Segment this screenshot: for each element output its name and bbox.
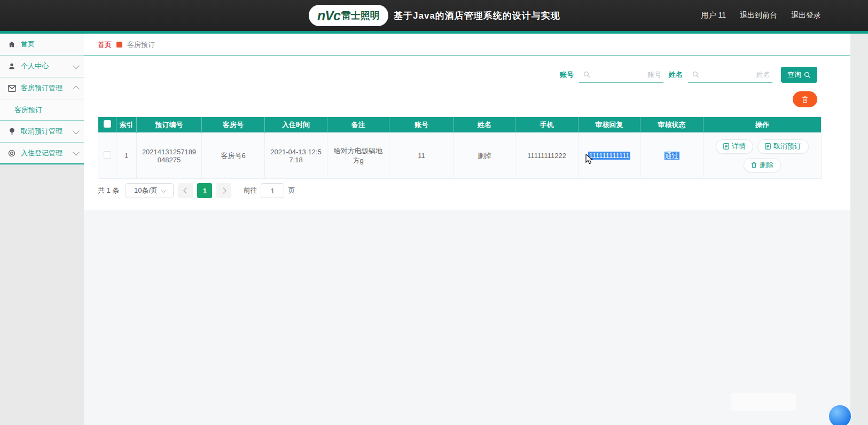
account-search-label: 账号 xyxy=(560,70,574,80)
sidebar-subitem-label: 客房预订 xyxy=(14,105,42,115)
search-icon xyxy=(692,71,699,78)
breadcrumb-home-link[interactable]: 首页 xyxy=(98,40,112,50)
detail-button[interactable]: 详情 xyxy=(716,139,753,154)
search-icon xyxy=(583,71,590,78)
bookings-table: 索引 预订编号 客房号 入住时间 备注 账号 姓名 手机 审核回复 审核状态 操… xyxy=(98,116,822,179)
col-header-audit-status: 审核状态 xyxy=(640,117,703,133)
cell-booking-no: 20214131257189048275 xyxy=(137,133,202,179)
table-header-row: 索引 预订编号 客房号 入住时间 备注 账号 姓名 手机 审核回复 审核状态 操… xyxy=(98,117,822,133)
sidebar-item-label: 客房预订管理 xyxy=(21,83,74,93)
sidebar-item-checkin-register-mgmt[interactable]: 入住登记管理 xyxy=(0,143,84,164)
pagination: 共 1 条 10条/页 1 前往 页 xyxy=(98,183,850,198)
col-header-index: 索引 xyxy=(116,117,137,133)
page-size-value: 10条/页 xyxy=(134,186,158,195)
logout-link[interactable]: 退出登录 xyxy=(791,11,821,20)
cell-phone: 11111111222 xyxy=(515,133,578,179)
col-header-audit-reply: 审核回复 xyxy=(578,117,640,133)
col-header-checkin-time: 入住时间 xyxy=(265,117,327,133)
home-icon xyxy=(7,40,16,49)
chevron-down-icon xyxy=(73,127,80,134)
name-search-label: 姓名 xyxy=(669,70,683,80)
account-search-input[interactable] xyxy=(579,67,663,82)
user-icon xyxy=(7,62,16,70)
sidebar-item-room-booking-mgmt[interactable]: 客房预订管理 xyxy=(0,77,84,99)
select-all-checkbox[interactable] xyxy=(104,120,111,128)
trash-icon xyxy=(751,162,757,168)
brand-logo-text: nVc xyxy=(317,8,340,23)
page-size-select[interactable]: 10条/页 xyxy=(126,183,174,198)
table-row: 1 20214131257189048275 客房号6 2021-04-13 1… xyxy=(98,133,822,179)
mail-icon xyxy=(7,84,16,92)
pin-icon xyxy=(7,127,16,136)
row-select-cell xyxy=(98,133,116,179)
document-icon xyxy=(765,143,771,149)
cell-room-no: 客房号6 xyxy=(202,133,265,179)
cell-remark: 给对方电饭锅地方g xyxy=(327,133,389,179)
breadcrumb-current: 客房预订 xyxy=(127,40,155,50)
bookings-table-wrap: 索引 预订编号 客房号 入住时间 备注 账号 姓名 手机 审核回复 审核状态 操… xyxy=(98,116,821,179)
prev-page-button[interactable] xyxy=(178,183,193,198)
brand-logo-cn: 雷士照明 xyxy=(341,9,380,22)
query-button-label: 查询 xyxy=(787,70,801,80)
chat-tooltip-ghost xyxy=(731,393,796,411)
breadcrumb: 首页 客房预订 xyxy=(84,34,850,56)
window-right-gutter xyxy=(850,34,868,425)
chat-bubble-button[interactable] xyxy=(828,404,852,425)
col-header-phone: 手机 xyxy=(515,117,578,133)
query-button[interactable]: 查询 xyxy=(781,67,817,83)
chevron-down-icon xyxy=(73,62,80,69)
breadcrumb-separator-icon xyxy=(116,42,122,48)
exit-to-front-link[interactable]: 退出到前台 xyxy=(740,11,777,20)
chevron-down-icon xyxy=(73,149,80,156)
next-page-button[interactable] xyxy=(216,183,231,198)
document-icon xyxy=(723,143,729,149)
cancel-booking-button[interactable]: 取消预订 xyxy=(757,139,809,154)
current-user-label: 用户 11 xyxy=(701,11,726,20)
table-toolbar xyxy=(84,91,850,107)
sidebar-item-label: 取消预订管理 xyxy=(21,127,74,136)
goto-label: 前往 xyxy=(243,186,257,195)
topbar-actions: 用户 11 退出到前台 退出登录 xyxy=(701,0,821,31)
target-icon xyxy=(7,149,16,158)
col-header-remark: 备注 xyxy=(327,117,389,133)
content-card: 首页 客房预订 账号 姓名 查询 xyxy=(84,34,850,210)
sidebar-subitem-room-booking[interactable]: 客房预订 xyxy=(0,99,84,121)
top-navbar: nVc 雷士照明 基于Java的酒店管理系统的设计与实现 用户 11 退出到前台… xyxy=(0,0,868,31)
cell-account: 11 xyxy=(389,133,454,179)
brand-logo: nVc 雷士照明 xyxy=(309,5,388,26)
chevron-right-icon xyxy=(220,187,226,193)
cell-name: 删掉 xyxy=(454,133,515,179)
sidebar-item-label: 入住登记管理 xyxy=(21,148,74,158)
selected-text: 通过 xyxy=(664,152,679,160)
goto-suffix-label: 页 xyxy=(288,186,295,195)
col-header-booking-no: 预订编号 xyxy=(137,117,202,133)
name-search-box xyxy=(688,67,772,83)
col-header-account: 账号 xyxy=(389,117,454,133)
batch-delete-button[interactable] xyxy=(793,91,817,107)
search-icon xyxy=(804,72,811,78)
cancel-booking-button-label: 取消预订 xyxy=(773,141,801,151)
row-checkbox[interactable] xyxy=(104,151,111,159)
select-all-header xyxy=(98,117,116,133)
cell-index: 1 xyxy=(116,133,137,179)
selected-text: 111111111111 xyxy=(588,152,630,160)
delete-button[interactable]: 删除 xyxy=(744,158,781,172)
search-toolbar: 账号 姓名 查询 xyxy=(84,67,850,83)
col-header-room-no: 客房号 xyxy=(202,117,265,133)
chevron-left-icon xyxy=(183,187,189,193)
cell-actions: 详情 取消预订 删除 xyxy=(703,133,822,179)
detail-button-label: 详情 xyxy=(732,141,746,151)
main-content: 首页 客房预订 账号 姓名 查询 xyxy=(84,34,850,425)
sidebar-item-cancel-booking-mgmt[interactable]: 取消预订管理 xyxy=(0,121,84,143)
col-header-name: 姓名 xyxy=(454,117,515,133)
goto-page-input[interactable] xyxy=(261,183,284,198)
page-number-current[interactable]: 1 xyxy=(197,183,212,198)
sidebar-item-personal-center[interactable]: 个人中心 xyxy=(0,56,84,77)
cell-checkin-time: 2021-04-13 12:57:18 xyxy=(265,133,327,179)
col-header-actions: 操作 xyxy=(703,117,822,133)
name-search-input[interactable] xyxy=(688,67,772,82)
sidebar: 首页 个人中心 客房预订管理 客房预订 取消预订管理 xyxy=(0,34,84,425)
chevron-up-icon xyxy=(73,85,80,92)
account-search-box xyxy=(579,67,663,83)
sidebar-item-home[interactable]: 首页 xyxy=(0,34,84,56)
